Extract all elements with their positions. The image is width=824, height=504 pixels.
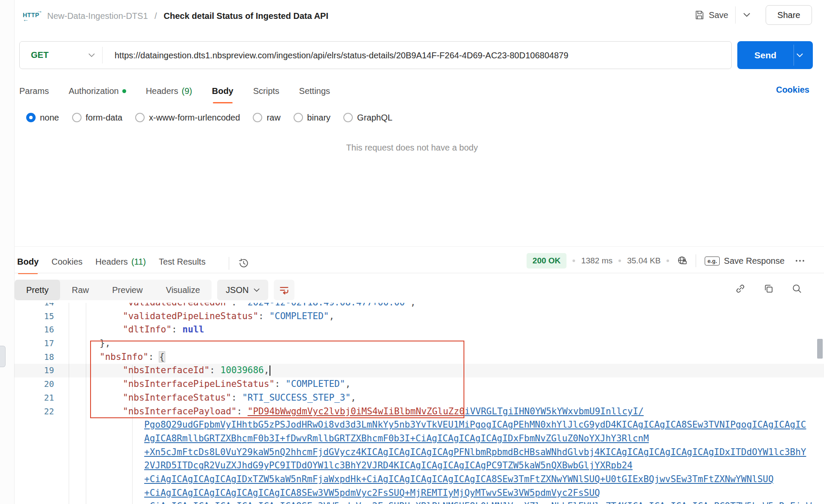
response-size: 35.04 KB: [627, 256, 660, 266]
code-line[interactable]: 22"nbsInterfacePayload": "PD94bWwgdmVyc2…: [14, 405, 824, 419]
chevron-down-icon[interactable]: [797, 53, 803, 57]
tab-label: Cookies: [52, 257, 82, 267]
response-tab-test-results[interactable]: Test Results: [159, 252, 206, 271]
line-number: 15: [14, 310, 54, 323]
line-number: 21: [14, 391, 54, 405]
three-dots-icon: [795, 259, 805, 263]
cookies-link[interactable]: Cookies: [776, 85, 809, 95]
tab-label: Body: [212, 86, 233, 96]
url-input[interactable]: [114, 42, 725, 69]
radio-label: raw: [267, 113, 280, 123]
code-content: 2VJRD5ITDcgR2VuZXJhdG9yPC9ITDdOYW1lc3BhY…: [144, 459, 633, 473]
share-button[interactable]: Share: [766, 5, 812, 25]
divider: [794, 45, 794, 66]
code-line[interactable]: 14"validatedCreatedOn": "2024-12-02T18:4…: [14, 303, 824, 310]
wrap-text-button[interactable]: [274, 280, 294, 300]
response-tab-body[interactable]: Body: [17, 252, 39, 271]
tab-label: Authorization: [69, 86, 119, 96]
code-line[interactable]: +CiAgICAgICAgICAgICAgICAgICA8SEw3VW5pdmV…: [14, 500, 824, 504]
empty-body-message: This request does not have a body: [0, 143, 824, 153]
page-title[interactable]: Check detail Status of Ingested Data API: [164, 11, 328, 21]
token-p: :: [258, 311, 269, 321]
token-p: :: [172, 324, 182, 335]
radio-unselected-icon: [343, 113, 353, 122]
copy-button[interactable]: [761, 281, 776, 296]
response-body-code[interactable]: 14"validatedCreatedOn": "2024-12-02T18:4…: [14, 303, 824, 504]
body-type-graphql[interactable]: GraphQL: [343, 113, 392, 123]
code-content: "dltInfo": null: [123, 323, 204, 337]
tab-scripts[interactable]: Scripts: [253, 81, 279, 100]
response-view-tabs: PrettyRawPreviewVisualize: [15, 280, 212, 300]
code-line[interactable]: +CiAgICAgICAgICAgIDxTZW5kaW5nRmFjaWxpdHk…: [14, 473, 824, 486]
code-line[interactable]: 20"nbsInterfacePipeLineStatus": "COMPLET…: [14, 377, 824, 391]
token-link: +CiAgICAgICAgICAgICAgICAgICA8SEw3VW5pdmV…: [144, 501, 824, 504]
view-tab-visualize[interactable]: Visualize: [154, 280, 212, 300]
tab-label: Settings: [299, 86, 330, 96]
breadcrumb-collection[interactable]: New-Data-Ingestion-DTS1: [47, 11, 148, 21]
status-badge[interactable]: 200 OK: [527, 253, 566, 269]
left-rail: [0, 0, 15, 504]
token-key: "nbsInterfaceStatus": [123, 392, 231, 403]
code-line[interactable]: 15"validatedPipeLineStatus": "COMPLETED"…: [14, 310, 824, 323]
wrap-text-icon: [279, 284, 290, 296]
tab-body[interactable]: Body: [212, 81, 233, 100]
send-button[interactable]: Send: [737, 41, 813, 69]
code-content: +CiAgICAgICAgICAgICAgICAgICA8SEw3VW5pdmV…: [144, 486, 600, 500]
code-line[interactable]: 2VJRD5ITDcgR2VuZXJhdG9yPC9ITDdOYW1lc3BhY…: [14, 459, 824, 473]
token-link: +Xn5cJmFtcDs8L0VuY29kaW5nQ2hhcmFjdGVycz4…: [144, 447, 806, 457]
radio-label: binary: [307, 113, 330, 123]
token-link: Pgo8Q29udGFpbmVyIHhtbG5zPSJodHRwOi8vd3d3…: [144, 419, 806, 430]
scrollbar-thumb[interactable]: [817, 339, 823, 359]
code-line[interactable]: +CiAgICAgICAgICAgICAgICAgICA8SEw3VW5pdmV…: [14, 486, 824, 500]
body-type-form-data[interactable]: form-data: [72, 113, 123, 123]
token-str: "COMPLETED": [269, 311, 329, 321]
save-response-button[interactable]: e.g. Save Response: [702, 256, 787, 266]
chevron-down-icon[interactable]: [88, 53, 95, 57]
view-tab-preview[interactable]: Preview: [100, 280, 154, 300]
code-line[interactable]: 17},: [14, 337, 824, 350]
response-tab-headers[interactable]: Headers(11): [95, 252, 146, 271]
code-content: "nbsInterfacePipeLineStatus": "COMPLETED…: [123, 377, 351, 391]
network-info-button[interactable]: [675, 254, 690, 268]
token-link: AgICA8RmllbGRTZXBhcmF0b3I+fDwvRmllbGRTZX…: [144, 433, 649, 444]
view-tab-pretty[interactable]: Pretty: [15, 280, 60, 300]
code-line[interactable]: 16"dltInfo": null: [14, 323, 824, 337]
copy-link-button[interactable]: [733, 281, 748, 296]
tab-authorization[interactable]: Authorization: [69, 81, 126, 100]
view-tab-raw[interactable]: Raw: [60, 280, 100, 300]
history-clock-icon: [238, 257, 249, 269]
body-type-x-www-form-urlencoded[interactable]: x-www-form-urlencoded: [135, 113, 240, 123]
tab-params[interactable]: Params: [19, 81, 49, 100]
radio-label: none: [40, 113, 59, 123]
code-content: "nbsInterfaceStatus": "RTI_SUCCESS_STEP_…: [123, 391, 356, 405]
code-line[interactable]: 21"nbsInterfaceStatus": "RTI_SUCCESS_STE…: [14, 391, 824, 405]
save-button[interactable]: Save: [688, 5, 735, 25]
code-line[interactable]: 18"nbsInfo": {: [14, 350, 824, 364]
response-tab-cookies[interactable]: Cookies: [52, 252, 82, 271]
radio-unselected-icon: [253, 113, 262, 122]
line-number: 16: [14, 323, 54, 337]
language-selector[interactable]: JSON: [217, 280, 268, 300]
code-lines: 14"validatedCreatedOn": "2024-12-02T18:4…: [14, 303, 824, 504]
code-content: +Xn5cJmFtcDs8L0VuY29kaW5nQ2hhcmFjdGVycz4…: [144, 446, 806, 459]
response-tabs: BodyCookiesHeaders(11)Test Results: [17, 252, 206, 271]
search-button[interactable]: [790, 281, 804, 296]
body-type-none[interactable]: none: [26, 113, 59, 123]
body-type-raw[interactable]: raw: [253, 113, 280, 123]
response-options-button[interactable]: [793, 257, 807, 264]
code-line[interactable]: Pgo8Q29udGFpbmVyIHhtbG5zPSJodHRwOi8vd3d3…: [14, 418, 824, 432]
method-selector[interactable]: GET: [31, 42, 48, 69]
sidebar-handle[interactable]: [0, 346, 6, 367]
code-line[interactable]: 19"nbsInterfaceId": 10039686,: [14, 364, 824, 377]
tab-settings[interactable]: Settings: [299, 81, 330, 100]
line-number: 18: [14, 350, 54, 364]
body-type-binary[interactable]: binary: [294, 113, 330, 123]
chevron-down-icon: [743, 13, 750, 17]
code-line[interactable]: AgICA8RmllbGRTZXBhcmF0b3I+fDwvRmllbGRTZX…: [14, 432, 824, 446]
tab-headers[interactable]: Headers(9): [146, 81, 192, 100]
save-options-button[interactable]: [736, 5, 758, 25]
response-history-button[interactable]: [236, 256, 251, 271]
globe-lock-icon: [677, 255, 688, 266]
code-content: },: [100, 337, 110, 350]
code-line[interactable]: +Xn5cJmFtcDs8L0VuY29kaW5nQ2hhcmFjdGVycz4…: [14, 446, 824, 459]
